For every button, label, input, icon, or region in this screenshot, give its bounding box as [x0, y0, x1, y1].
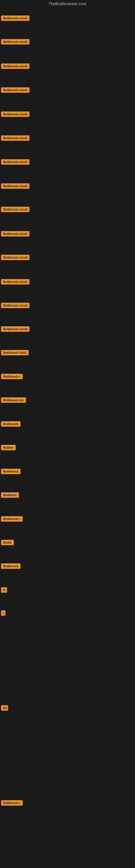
- bottleneck-item-15: Bottleneck resul: [1, 350, 29, 356]
- bottleneck-item-13: Bottleneck result: [1, 303, 30, 309]
- bottleneck-badge-3[interactable]: Bottleneck result: [1, 63, 30, 69]
- bottleneck-item-21: Bottlenec: [1, 492, 19, 499]
- bottleneck-item-4: Bottleneck result: [1, 87, 30, 94]
- bottleneck-badge-17[interactable]: Bottleneck res: [1, 397, 26, 403]
- bottleneck-item-20: Bottleneck: [1, 469, 20, 475]
- bottleneck-badge-7[interactable]: Bottleneck result: [1, 159, 30, 165]
- bottleneck-item-18: Bottleneck: [1, 421, 20, 428]
- bottleneck-badge-13[interactable]: Bottleneck result: [1, 303, 30, 308]
- bottleneck-badge-15[interactable]: Bottleneck resul: [1, 350, 29, 355]
- bottleneck-item-11: Bottleneck result: [1, 255, 30, 261]
- bottleneck-item-3: Bottleneck result: [1, 63, 30, 70]
- bottleneck-badge-23[interactable]: Bottle: [1, 540, 14, 545]
- bottleneck-item-12: Bottleneck result: [1, 279, 30, 286]
- bottleneck-badge-16[interactable]: Bottleneck r: [1, 374, 23, 379]
- bottleneck-item-7: Bottleneck result: [1, 159, 30, 166]
- bottleneck-item-6: Bottleneck result: [1, 135, 30, 142]
- bottleneck-item-27: Bo: [1, 705, 8, 712]
- bottleneck-badge-12[interactable]: Bottleneck result: [1, 279, 30, 284]
- bottleneck-badge-21[interactable]: Bottlenec: [1, 492, 19, 498]
- bottleneck-badge-27[interactable]: Bo: [1, 705, 8, 711]
- bottleneck-badge-18[interactable]: Bottleneck: [1, 421, 20, 427]
- bottleneck-item-19: Bottlen: [1, 445, 16, 452]
- bottleneck-item-17: Bottleneck res: [1, 397, 26, 404]
- bottleneck-item-25: B: [1, 587, 7, 594]
- bottleneck-badge-19[interactable]: Bottlen: [1, 445, 16, 450]
- bottleneck-badge-11[interactable]: Bottleneck result: [1, 255, 30, 260]
- bottleneck-item-14: Bottleneck result: [1, 326, 30, 333]
- bottleneck-item-23: Bottle: [1, 540, 14, 546]
- bottleneck-badge-26[interactable]: |: [1, 610, 5, 616]
- bottleneck-badge-25[interactable]: B: [1, 587, 7, 593]
- bottleneck-item-24: Bottleneck: [1, 563, 20, 570]
- bottleneck-badge-5[interactable]: Bottleneck result: [1, 112, 30, 117]
- bottleneck-item-1: Bottleneck result: [1, 16, 30, 22]
- bottleneck-badge-22[interactable]: Bottleneck r: [1, 516, 23, 522]
- bottleneck-item-28: Bottleneck r: [1, 800, 23, 807]
- bottleneck-item-16: Bottleneck r: [1, 374, 23, 380]
- bottleneck-badge-6[interactable]: Bottleneck result: [1, 135, 30, 141]
- bottleneck-badge-4[interactable]: Bottleneck result: [1, 87, 30, 93]
- bottleneck-item-8: Bottleneck result: [1, 183, 30, 190]
- bottleneck-badge-14[interactable]: Bottleneck result: [1, 326, 30, 332]
- bottleneck-item-2: Bottleneck result: [1, 39, 30, 45]
- bottleneck-badge-28[interactable]: Bottleneck r: [1, 800, 23, 806]
- bottleneck-badge-10[interactable]: Bottleneck result: [1, 231, 30, 237]
- bottleneck-item-22: Bottleneck r: [1, 516, 23, 523]
- bottleneck-badge-1[interactable]: Bottleneck result: [1, 16, 30, 21]
- bottleneck-badge-20[interactable]: Bottleneck: [1, 469, 20, 474]
- bottleneck-badge-9[interactable]: Bottleneck result: [1, 207, 30, 212]
- bottleneck-item-5: Bottleneck result: [1, 112, 30, 118]
- bottleneck-item-9: Bottleneck result: [1, 207, 30, 213]
- bottleneck-item-10: Bottleneck result: [1, 231, 30, 238]
- bottleneck-badge-24[interactable]: Bottleneck: [1, 563, 20, 569]
- bottleneck-badge-2[interactable]: Bottleneck result: [1, 39, 30, 44]
- bottleneck-badge-8[interactable]: Bottleneck result: [1, 183, 30, 189]
- bottleneck-items-container: Bottleneck resultBottleneck resultBottle…: [0, 0, 135, 868]
- bottleneck-item-26: |: [1, 610, 5, 617]
